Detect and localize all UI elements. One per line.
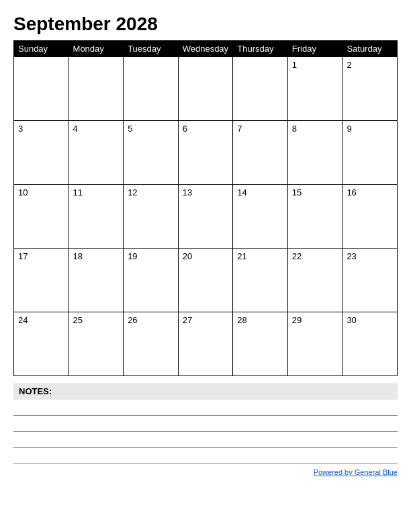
calendar-header-tuesday: Tuesday	[124, 41, 179, 57]
notes-line-2	[13, 417, 398, 432]
calendar-header-sunday: Sunday	[14, 41, 69, 57]
calendar-cell: 27	[178, 312, 233, 376]
calendar-cell: 4	[68, 121, 124, 185]
calendar-week-3: 10111213141516	[14, 185, 398, 249]
calendar-cell: 14	[233, 185, 288, 249]
calendar-header-row: SundayMondayTuesdayWednesdayThursdayFrid…	[14, 41, 398, 57]
calendar-title: September 2028	[13, 13, 398, 35]
calendar-cell	[14, 57, 69, 121]
notes-line-3	[13, 433, 398, 448]
calendar-header-wednesday: Wednesday	[178, 41, 233, 57]
calendar-cell: 16	[342, 185, 398, 249]
calendar-cell	[124, 57, 179, 121]
calendar-cell: 2	[342, 57, 398, 121]
calendar-cell: 11	[68, 185, 124, 249]
calendar-week-2: 3456789	[14, 121, 398, 185]
calendar-header-saturday: Saturday	[342, 41, 398, 57]
calendar-cell: 19	[124, 249, 179, 312]
calendar-week-5: 24252627282930	[14, 312, 398, 376]
calendar-cell: 5	[124, 121, 179, 185]
powered-by-link[interactable]: Powered by General Blue	[314, 468, 398, 476]
calendar-cell: 8	[287, 121, 342, 185]
powered-by: Powered by General Blue	[13, 468, 398, 476]
calendar-cell: 9	[342, 121, 398, 185]
calendar-cell: 7	[233, 121, 288, 185]
calendar-cell: 22	[287, 249, 342, 312]
calendar-header-thursday: Thursday	[233, 41, 288, 57]
calendar-cell	[178, 57, 233, 121]
calendar-cell: 12	[124, 185, 179, 249]
calendar-cell: 13	[178, 185, 233, 249]
notes-label: NOTES:	[13, 383, 398, 400]
calendar-cell: 15	[287, 185, 342, 249]
calendar-cell: 28	[233, 312, 288, 376]
calendar-week-4: 17181920212223	[14, 249, 398, 312]
calendar-week-1: 12	[14, 57, 398, 121]
calendar-table: SundayMondayTuesdayWednesdayThursdayFrid…	[13, 40, 398, 376]
calendar-cell: 26	[124, 312, 179, 376]
calendar-cell: 25	[68, 312, 124, 376]
calendar-header-monday: Monday	[68, 41, 124, 57]
calendar-cell	[68, 57, 124, 121]
calendar-cell: 3	[14, 121, 69, 185]
calendar-cell: 23	[342, 249, 398, 312]
calendar-cell: 10	[14, 185, 69, 249]
notes-line-1	[13, 401, 398, 416]
calendar-header-friday: Friday	[287, 41, 342, 57]
calendar-cell: 20	[178, 249, 233, 312]
calendar-cell: 17	[14, 249, 69, 312]
calendar-cell: 30	[342, 312, 398, 376]
calendar-cell	[233, 57, 288, 121]
calendar-cell: 6	[178, 121, 233, 185]
notes-line-4	[13, 449, 398, 464]
calendar-cell: 29	[287, 312, 342, 376]
calendar-cell: 18	[68, 249, 124, 312]
calendar-cell: 21	[233, 249, 288, 312]
calendar-cell: 1	[287, 57, 342, 121]
calendar-cell: 24	[14, 312, 69, 376]
notes-section: NOTES:	[13, 383, 398, 464]
